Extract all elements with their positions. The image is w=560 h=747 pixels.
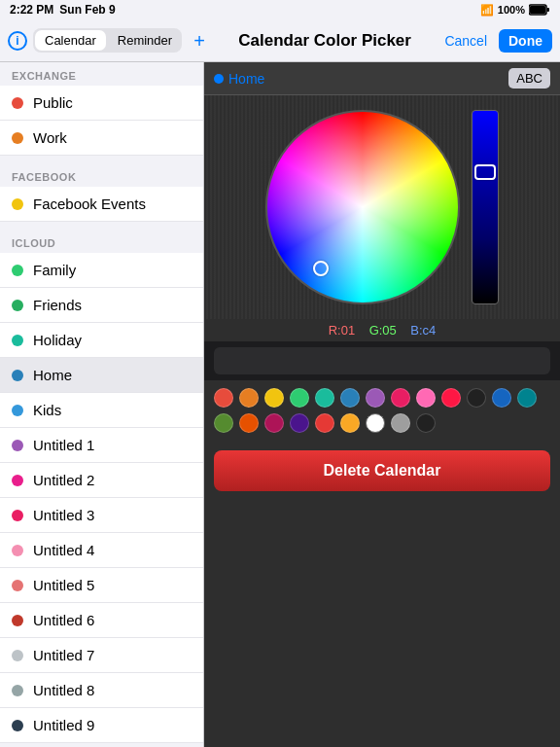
- brightness-slider[interactable]: [472, 110, 499, 304]
- calendar-dot: [12, 265, 23, 276]
- delete-calendar-button[interactable]: Delete Calendar: [214, 450, 550, 491]
- right-sub-bar: Home ABC: [204, 62, 560, 95]
- right-panel: Home ABC R:01 G:05 B:c4: [204, 62, 560, 747]
- calendar-item-untitled-4[interactable]: Untitled 4: [0, 533, 203, 568]
- color-name-bar: [204, 341, 560, 380]
- calendar-item-untitled-6[interactable]: Untitled 6: [0, 603, 203, 638]
- color-name-input[interactable]: [214, 347, 550, 374]
- done-button[interactable]: Done: [499, 29, 552, 53]
- calendar-dot: [12, 198, 23, 210]
- calendar-item-public[interactable]: Public: [0, 86, 203, 121]
- calendar-dot: [12, 132, 23, 144]
- preset-color-9[interactable]: [441, 388, 461, 408]
- preset-color-16[interactable]: [290, 413, 309, 433]
- calendar-item-untitled-5[interactable]: Untitled 5: [0, 568, 203, 603]
- calendar-dot: [12, 370, 23, 381]
- preset-color-19[interactable]: [366, 413, 385, 433]
- preset-color-18[interactable]: [340, 413, 360, 433]
- calendar-item-untitled-2[interactable]: Untitled 2: [0, 463, 203, 498]
- rgb-b: B:c4: [410, 323, 436, 338]
- svg-rect-2: [547, 8, 550, 12]
- calendar-item-kids[interactable]: Kids: [0, 393, 203, 428]
- calendar-item-label: Facebook Events: [33, 196, 146, 212]
- color-wheel-container: [265, 110, 499, 304]
- preset-color-7[interactable]: [391, 388, 410, 408]
- calendar-item-untitled-1[interactable]: Untitled 1: [0, 428, 203, 463]
- preset-color-0[interactable]: [214, 388, 233, 408]
- calendar-dot: [12, 545, 23, 556]
- preset-color-15[interactable]: [264, 413, 284, 433]
- preset-color-3[interactable]: [290, 388, 309, 408]
- preset-color-14[interactable]: [239, 413, 259, 433]
- section-gap: [0, 156, 203, 163]
- calendar-item-label: Kids: [33, 402, 61, 418]
- cancel-button[interactable]: Cancel: [438, 29, 493, 53]
- section-header-facebook: FACEBOOK: [0, 163, 203, 187]
- preset-color-5[interactable]: [340, 388, 360, 408]
- seg-calendar-btn[interactable]: Calendar: [35, 30, 106, 51]
- selected-calendar-label: Home: [214, 71, 264, 87]
- add-calendar-button[interactable]: +: [188, 27, 211, 54]
- preset-color-10[interactable]: [467, 388, 486, 408]
- status-bar: 2:22 PM Sun Feb 9 📶 100%: [0, 0, 560, 19]
- calendar-item-label: Home: [33, 367, 72, 383]
- preset-color-8[interactable]: [416, 388, 436, 408]
- battery-icon: [529, 4, 550, 16]
- calendar-item-label: Holiday: [33, 332, 82, 348]
- preset-color-17[interactable]: [315, 413, 334, 433]
- preset-color-12[interactable]: [517, 388, 537, 408]
- preset-color-13[interactable]: [214, 413, 233, 433]
- calendar-item-label: Untitled 9: [33, 717, 94, 733]
- preset-color-20[interactable]: [391, 413, 410, 433]
- calendar-dot: [12, 335, 23, 346]
- section-gap: [0, 222, 203, 230]
- abc-badge[interactable]: ABC: [508, 68, 550, 89]
- calendar-item-facebook-events[interactable]: Facebook Events: [0, 187, 203, 222]
- calendar-item-friends[interactable]: Friends: [0, 288, 203, 323]
- calendar-item-family[interactable]: Family: [0, 253, 203, 288]
- calendar-item-label: Friends: [33, 297, 82, 313]
- calendar-item-work[interactable]: Work: [0, 121, 203, 156]
- preset-color-2[interactable]: [264, 388, 284, 408]
- calendar-item-untitled-8[interactable]: Untitled 8: [0, 673, 203, 708]
- section-header-icloud: ICLOUD: [0, 230, 203, 253]
- calendar-dot: [12, 685, 23, 696]
- calendar-dot: [12, 580, 23, 591]
- calendar-item-holiday[interactable]: Holiday: [0, 323, 203, 358]
- calendar-item-untitled-7[interactable]: Untitled 7: [0, 638, 203, 673]
- calendar-item-label: Work: [33, 129, 67, 146]
- calendar-item-untitled-9[interactable]: Untitled 9: [0, 708, 203, 743]
- wifi-icon: 📶: [480, 4, 494, 17]
- rgb-r: R:01: [329, 323, 355, 338]
- calendar-item-label: Untitled 5: [33, 577, 94, 593]
- calendar-item-untitled-3[interactable]: Untitled 3: [0, 498, 203, 533]
- seg-reminder-btn[interactable]: Reminder: [108, 28, 182, 53]
- calendar-item-label: Untitled 2: [33, 472, 94, 488]
- status-day: Sun Feb 9: [59, 3, 115, 17]
- home-dot: [214, 74, 224, 84]
- brightness-cursor[interactable]: [474, 164, 496, 180]
- preset-color-4[interactable]: [315, 388, 334, 408]
- preset-color-1[interactable]: [239, 388, 259, 408]
- color-wheel-area: [204, 95, 560, 319]
- info-icon: i: [8, 31, 27, 51]
- calendar-item-label: Untitled 7: [33, 647, 94, 663]
- main-content: EXCHANGEPublicWorkFACEBOOKFacebook Event…: [0, 62, 560, 747]
- preset-color-21[interactable]: [416, 413, 436, 433]
- calendar-dot: [12, 720, 23, 731]
- rgb-values: R:01 G:05 B:c4: [204, 319, 560, 341]
- calendar-dot: [12, 300, 23, 311]
- preset-color-6[interactable]: [366, 388, 385, 408]
- preset-color-11[interactable]: [492, 388, 511, 408]
- rgb-g: G:05: [369, 323, 397, 338]
- calendar-item-home[interactable]: Home: [0, 358, 203, 393]
- delete-area: Delete Calendar: [204, 441, 560, 747]
- section-header-exchange: EXCHANGE: [0, 62, 203, 86]
- preset-colors-area: [204, 380, 560, 441]
- calendar-item-label: Untitled 8: [33, 682, 94, 698]
- calendar-item-label: Untitled 3: [33, 507, 94, 523]
- wheel-cursor[interactable]: [313, 261, 329, 276]
- calendar-dot: [12, 97, 23, 109]
- color-wheel[interactable]: [265, 110, 460, 304]
- calendar-dot: [12, 475, 23, 486]
